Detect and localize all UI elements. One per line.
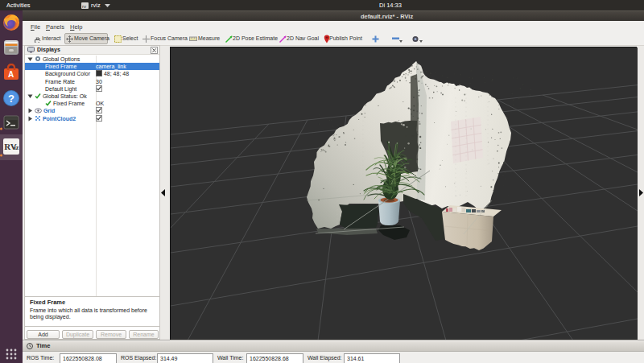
- svg-text:rv: rv: [82, 4, 86, 9]
- svg-text:iz: iz: [14, 144, 19, 151]
- svg-text:?: ?: [8, 93, 14, 105]
- svg-text:A: A: [8, 70, 14, 79]
